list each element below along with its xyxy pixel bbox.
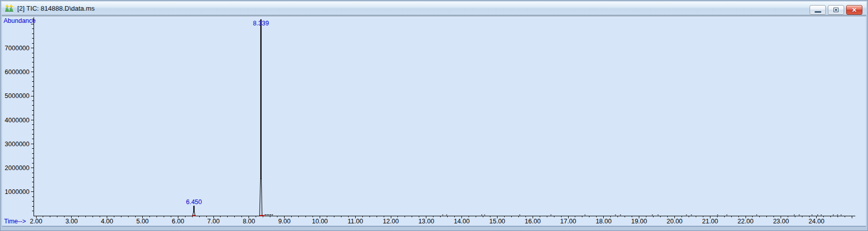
x-tick-label: 20.00 <box>667 218 683 225</box>
x-tick-label: 15.00 <box>489 218 505 225</box>
noise-blip <box>756 215 757 215</box>
title-bar[interactable]: [2] TIC: 814888.D\data.ms ✕ <box>2 2 866 15</box>
x-tick-label: 8.00 <box>243 218 255 225</box>
noise-blip <box>620 215 621 215</box>
peak-label: 8.339 <box>253 20 269 27</box>
tic-window: [2] TIC: 814888.D\data.ms ✕ 2.003.004.00… <box>0 0 868 231</box>
noise-blip <box>519 215 520 215</box>
chromatogram-icon <box>5 4 14 13</box>
peak-label: 6.450 <box>186 199 202 206</box>
plot-area[interactable]: 2.003.004.005.006.007.008.009.0010.0011.… <box>2 16 866 226</box>
chromatogram-chart[interactable]: 2.003.004.005.006.007.008.009.0010.0011.… <box>2 16 867 227</box>
minimize-icon <box>815 11 821 13</box>
noise-blip <box>726 215 727 215</box>
close-button[interactable]: ✕ <box>846 5 862 15</box>
noise-blip <box>584 215 585 215</box>
noise-blip <box>446 215 447 215</box>
noise-blip <box>717 215 718 215</box>
maximize-icon <box>833 8 839 12</box>
x-tick-label: 14.00 <box>454 218 470 225</box>
y-tick-label: 4000000 <box>5 117 29 124</box>
minimize-button[interactable] <box>810 5 826 15</box>
y-tick-label: 6000000 <box>5 69 29 76</box>
noise-blip <box>481 215 482 215</box>
x-tick-label: 13.00 <box>418 218 434 225</box>
x-tick-label: 11.00 <box>348 218 363 225</box>
x-tick-label: 19.00 <box>631 218 647 225</box>
noise-blip <box>652 215 653 215</box>
noise-blip <box>615 215 616 215</box>
x-tick-label: 10.00 <box>312 218 328 225</box>
x-tick-label: 7.00 <box>207 218 220 225</box>
noise-blip <box>691 215 692 215</box>
x-tick-label: 17.00 <box>560 218 576 225</box>
window-controls: ✕ <box>810 5 862 15</box>
y-tick-label: 2000000 <box>5 164 29 172</box>
window-title: [2] TIC: 814888.D\data.ms <box>17 5 95 12</box>
noise-blip <box>799 215 800 215</box>
x-tick-label: 21.00 <box>702 218 718 225</box>
noise-blip <box>658 215 659 215</box>
noise-blip <box>821 215 822 215</box>
x-tick-label: 3.00 <box>66 218 78 225</box>
x-tick-label: 4.00 <box>101 218 113 225</box>
x-tick-label: 24.00 <box>809 218 824 225</box>
noise-blip <box>442 215 443 215</box>
y-tick-label: 7000000 <box>5 45 29 52</box>
peak-flank[interactable] <box>260 178 261 216</box>
x-tick-label: 22.00 <box>737 218 753 225</box>
x-axis-title: Time--> <box>4 218 26 225</box>
y-tick-label: 1000000 <box>5 188 29 195</box>
noise-blip <box>841 215 842 215</box>
x-tick-label: 9.00 <box>278 218 290 225</box>
x-tick-label: 16.00 <box>525 218 541 225</box>
close-icon: ✕ <box>852 7 857 13</box>
noise-blip <box>550 215 551 215</box>
x-tick-label: 6.00 <box>172 218 184 225</box>
maximize-button[interactable] <box>828 5 844 15</box>
x-tick-label: 2.00 <box>30 218 42 225</box>
x-tick-label: 5.00 <box>136 218 148 225</box>
y-axis-title: Abundance <box>4 17 36 24</box>
noise-blip <box>837 215 838 215</box>
x-tick-label: 12.00 <box>383 218 398 225</box>
y-tick-label: 3000000 <box>5 141 29 148</box>
x-tick-label: 18.00 <box>596 218 611 225</box>
noise-blip <box>833 215 834 215</box>
peak-flank[interactable] <box>261 178 262 216</box>
noise-blip <box>686 215 687 215</box>
noise-blip <box>794 215 795 215</box>
x-tick-label: 23.00 <box>773 218 789 225</box>
noise-blip <box>812 215 813 215</box>
y-tick-label: 5000000 <box>5 92 29 100</box>
noise-blip <box>484 215 485 215</box>
noise-blip <box>817 215 818 215</box>
